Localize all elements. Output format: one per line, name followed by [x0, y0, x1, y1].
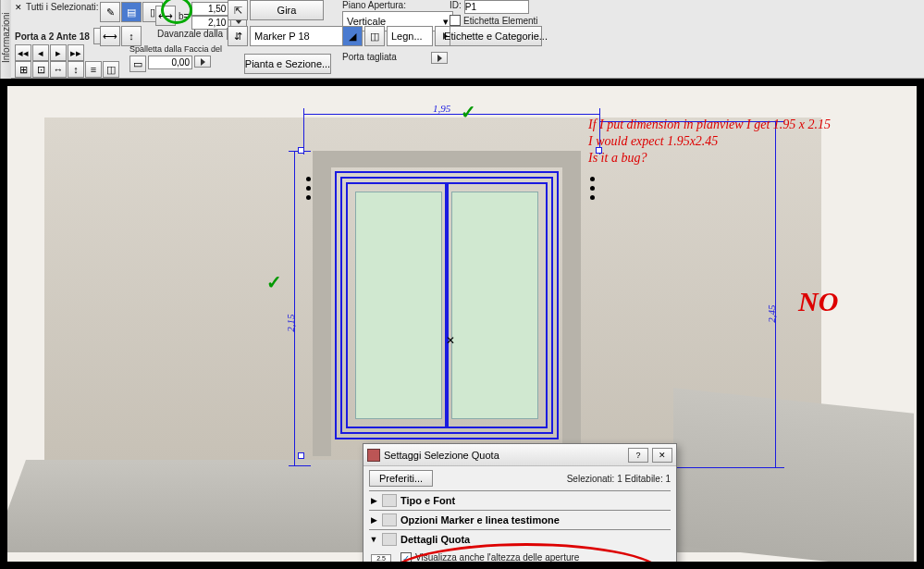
nav-prev[interactable]: ◂: [32, 44, 49, 61]
material-dropdown[interactable]: Legn...: [387, 26, 433, 46]
altezza-check[interactable]: [400, 552, 412, 562]
nav-first[interactable]: ◂◂: [15, 44, 31, 61]
info-toolbar: Informazioni ✕ Tutti i Selezionati: 1 ✎ …: [0, 0, 924, 79]
note-line2: I would expect 1.95x2.45: [588, 134, 718, 149]
spalletta-label: Spalletta dalla Faccia del: [129, 44, 222, 54]
check-icon-top: ✓: [461, 101, 476, 123]
repr-icon2[interactable]: ◫: [364, 26, 385, 46]
bottom-icon3[interactable]: ↔: [50, 61, 67, 78]
bottom-icon4[interactable]: ↕: [68, 61, 84, 78]
3d-viewport[interactable]: 1,95 ✓ 2,15 ✓ 2,45 If I put dimension in…: [0, 79, 924, 569]
dim-right: [775, 121, 776, 467]
id-field[interactable]: [464, 0, 529, 14]
marker-icon: [382, 513, 397, 526]
dim-icon2[interactable]: ⟷: [100, 26, 120, 46]
section-dettagli[interactable]: ▼Dettagli Quota: [369, 529, 671, 549]
bottom-icon6[interactable]: ◫: [103, 61, 119, 78]
app-icon: [367, 449, 380, 462]
spalletta-icon[interactable]: ▭: [129, 56, 146, 72]
3d-canvas: 1,95 ✓ 2,15 ✓ 2,45 If I put dimension in…: [7, 86, 917, 562]
dim-right-text: 2,45: [766, 304, 777, 322]
dim-icon3[interactable]: ↕: [121, 26, 142, 46]
door-opening: [313, 151, 581, 456]
help-button[interactable]: ?: [628, 448, 648, 463]
porta-tag-label: Porta tagliata: [342, 52, 397, 62]
bottom-icon5[interactable]: ≡: [85, 61, 102, 78]
altezza-label: Visualizza anche l'altezza delle apertur…: [415, 552, 508, 562]
door-name: Porta a 2 Ante 18: [15, 31, 90, 42]
cross-icon: ✕: [446, 334, 455, 347]
id-label: ID:: [450, 0, 462, 14]
anchor-icon[interactable]: ⇱: [228, 0, 248, 20]
section-tipo[interactable]: ▶Tipo e Font: [369, 490, 671, 510]
gira-button[interactable]: Gira: [250, 0, 324, 20]
width-field[interactable]: [191, 2, 228, 16]
settings-dialog: Settaggi Selezione Quota ? ✕ Preferiti..…: [363, 443, 677, 562]
davanzale-label: Davanzale dalla: [157, 29, 223, 39]
nav-next[interactable]: ▸: [50, 44, 67, 61]
dim-top-text: 1,95: [433, 103, 450, 114]
preview-icon: 2.51.2: [371, 554, 391, 562]
repr-icon1[interactable]: ◢: [342, 26, 363, 46]
dim-top: [303, 114, 599, 115]
bottom-icon2[interactable]: ⊡: [32, 61, 49, 78]
spalletta-stepper[interactable]: [194, 56, 211, 68]
etcat-button[interactable]: Etichette e Categorie...: [450, 26, 542, 46]
info-side-tab[interactable]: Informazioni: [0, 0, 11, 79]
porta-tag-step[interactable]: [431, 52, 448, 64]
dialog-title: Settaggi Selezione Quota: [384, 450, 499, 461]
close-icon[interactable]: ✕: [15, 3, 22, 12]
piano-label: Piano Apertura:: [342, 0, 406, 10]
etichetta-check[interactable]: [450, 15, 461, 26]
dim-icon1[interactable]: ⟷: [155, 6, 176, 26]
dim-link-icon[interactable]: ⇵: [228, 26, 248, 46]
close-button[interactable]: ✕: [652, 448, 672, 463]
section-marker[interactable]: ▶Opzioni Marker e linea testimone: [369, 510, 671, 529]
bottom-icon1[interactable]: ⊞: [15, 61, 31, 78]
nav-last[interactable]: ▸▸: [68, 44, 84, 61]
etichetta-label: Etichetta Elementi: [463, 16, 538, 26]
selection-label: Tutti i Selezionati:: [26, 2, 99, 12]
note-line1: If I put dimension in planview I get 1.9…: [588, 118, 831, 132]
check-icon-left: ✓: [266, 271, 282, 293]
details-icon: [382, 533, 397, 546]
preferiti-button[interactable]: Preferiti...: [369, 470, 433, 487]
dialog-titlebar[interactable]: Settaggi Selezione Quota ? ✕: [363, 444, 676, 466]
selection-info: Selezionati: 1 Editabile: 1: [567, 474, 671, 484]
font-icon: [382, 494, 397, 507]
pianta-button[interactable]: Pianta e Sezione...: [244, 54, 331, 74]
note-line3: Is it a bug?: [588, 151, 647, 166]
note-no: NO: [798, 286, 838, 317]
spalletta-field[interactable]: [148, 56, 192, 69]
floor-step: [673, 388, 914, 562]
dim-left-text: 2,15: [285, 314, 296, 331]
detail-area: 2.51.2 Visualizza anche l'altezza delle …: [369, 549, 671, 562]
layer-icon[interactable]: ▤: [121, 2, 142, 22]
edit-icon[interactable]: ✎: [100, 2, 120, 22]
dim-left: [294, 151, 295, 465]
